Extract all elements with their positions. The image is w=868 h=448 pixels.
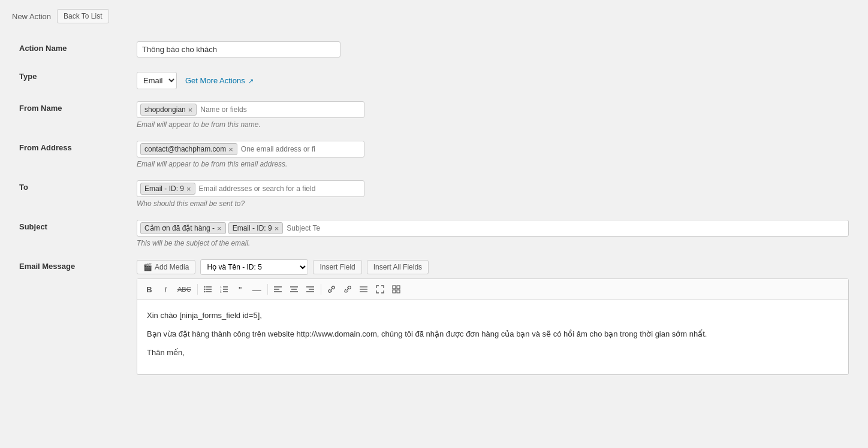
new-action-label: New Action	[12, 12, 51, 21]
subject-hint: This will be the subject of the email.	[137, 239, 849, 247]
insert-all-fields-button[interactable]: Insert All Fields	[367, 260, 429, 274]
editor-wrap: B I ABC 1.2.3. " —	[137, 279, 849, 375]
ordered-list-button[interactable]: 1.2.3.	[217, 282, 231, 296]
unlink-button[interactable]	[340, 282, 355, 296]
toolbar-divider-2	[267, 284, 268, 295]
subject-label: Subject	[12, 214, 132, 253]
from-name-row: From Name shopdongian × Email will appea…	[12, 95, 856, 135]
subject-field[interactable]	[285, 223, 845, 234]
align-center-button[interactable]	[287, 282, 302, 296]
svg-point-4	[204, 289, 205, 290]
svg-point-5	[204, 291, 205, 292]
from-name-label: From Name	[12, 95, 132, 135]
add-media-button[interactable]: 🎬 Add Media	[137, 260, 195, 274]
to-token-remove[interactable]: ×	[186, 185, 191, 193]
blockquote-button[interactable]: "	[233, 282, 248, 296]
to-field[interactable]	[198, 183, 361, 194]
editor-toolbar: B I ABC 1.2.3. " —	[137, 279, 848, 300]
action-name-input[interactable]	[137, 41, 340, 57]
svg-rect-26	[393, 290, 396, 293]
insert-field-button[interactable]: Insert Field	[313, 260, 361, 274]
svg-text:3.: 3.	[220, 290, 222, 293]
from-name-token: shopdongian ×	[140, 104, 197, 116]
type-label: Type	[12, 63, 132, 95]
toolbar-divider-1	[197, 284, 198, 295]
from-address-token-remove[interactable]: ×	[228, 146, 233, 153]
italic-button[interactable]: I	[158, 282, 173, 296]
field-select[interactable]: Họ và Tên - ID: 5 Email - ID: 9	[200, 259, 308, 275]
email-message-label: Email Message	[12, 253, 132, 381]
strikethrough-button[interactable]: ABC	[174, 282, 194, 296]
link-button[interactable]	[324, 282, 339, 296]
to-input-wrap: Email - ID: 9 ×	[137, 180, 364, 197]
svg-rect-27	[397, 290, 400, 293]
action-name-label: Action Name	[12, 35, 132, 63]
align-left-button[interactable]	[271, 282, 285, 296]
to-token: Email - ID: 9 ×	[140, 183, 195, 195]
action-name-row: Action Name	[12, 35, 856, 63]
editor-content[interactable]: Xin chào [ninja_forms_field id=5], Bạn v…	[137, 300, 848, 374]
from-address-input-wrap: contact@thachpham.com ×	[137, 141, 364, 158]
from-name-hint: Email will appear to be from this name.	[137, 120, 849, 129]
external-link-icon: ↗	[248, 77, 254, 84]
svg-point-3	[204, 286, 205, 287]
subject-token-2-remove[interactable]: ×	[275, 225, 279, 232]
back-to-list-button[interactable]: Back To List	[57, 9, 108, 23]
from-address-token: contact@thachpham.com ×	[140, 143, 237, 155]
form-table: Action Name Type Email Get More Actions …	[12, 35, 856, 381]
subject-token-1-remove[interactable]: ×	[217, 225, 222, 232]
subject-row: Subject Cảm ơn đã đặt hàng - × Email - I…	[12, 214, 856, 253]
email-message-section: 🎬 Add Media Họ và Tên - ID: 5 Email - ID…	[137, 259, 849, 375]
from-address-hint: Email will appear to be from this email …	[137, 160, 849, 168]
from-name-token-remove[interactable]: ×	[188, 106, 193, 114]
get-more-actions-link[interactable]: Get More Actions ↗	[185, 76, 254, 85]
media-toolbar: 🎬 Add Media Họ và Tên - ID: 5 Email - ID…	[137, 259, 849, 275]
email-message-row: Email Message 🎬 Add Media Họ và Tên - ID…	[12, 253, 856, 381]
type-select[interactable]: Email	[137, 72, 177, 89]
align-right-button[interactable]	[303, 282, 318, 296]
subject-token-2: Email - ID: 9 ×	[228, 222, 284, 234]
from-address-label: From Address	[12, 135, 132, 174]
svg-rect-24	[393, 286, 396, 289]
bullet-list-button[interactable]	[201, 282, 215, 296]
fullscreen-button[interactable]	[373, 282, 387, 296]
media-icon: 🎬	[143, 263, 152, 271]
to-row: To Email - ID: 9 × Who should this email…	[12, 174, 856, 214]
bold-button[interactable]: B	[142, 282, 156, 296]
subject-token-1: Cảm ơn đã đặt hàng - ×	[140, 222, 226, 234]
toolbar-divider-3	[321, 284, 321, 295]
from-address-field[interactable]	[240, 144, 361, 155]
subject-input-wrap: Cảm ơn đã đặt hàng - × Email - ID: 9 ×	[137, 220, 849, 237]
horizontal-button[interactable]	[357, 282, 371, 296]
to-label: To	[12, 174, 132, 214]
type-row: Type Email Get More Actions ↗	[12, 63, 856, 95]
grid-button[interactable]	[389, 282, 403, 296]
hr-button[interactable]: —	[249, 282, 264, 296]
to-hint: Who should this email be sent to?	[137, 199, 849, 208]
from-name-field[interactable]	[199, 104, 361, 115]
from-name-input-wrap: shopdongian ×	[137, 101, 364, 118]
header-row: New Action Back To List	[12, 9, 856, 23]
svg-rect-25	[397, 286, 400, 289]
from-address-row: From Address contact@thachpham.com × Ema…	[12, 135, 856, 174]
